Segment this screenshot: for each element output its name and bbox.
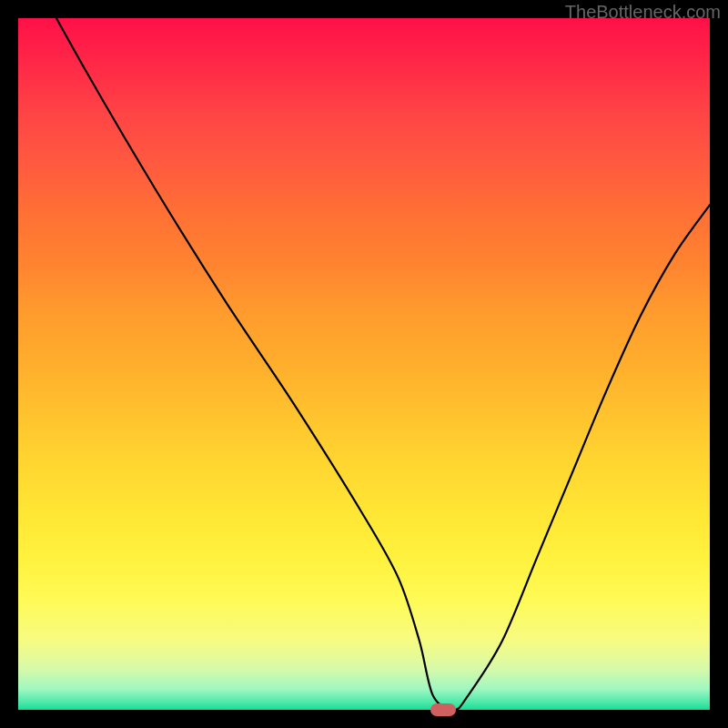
watermark-text: TheBottleneck.com: [565, 2, 721, 23]
bottleneck-curve: [18, 18, 710, 710]
chart-container: TheBottleneck.com: [0, 0, 728, 728]
plot-area: [18, 18, 710, 710]
minimum-marker: [430, 703, 456, 716]
